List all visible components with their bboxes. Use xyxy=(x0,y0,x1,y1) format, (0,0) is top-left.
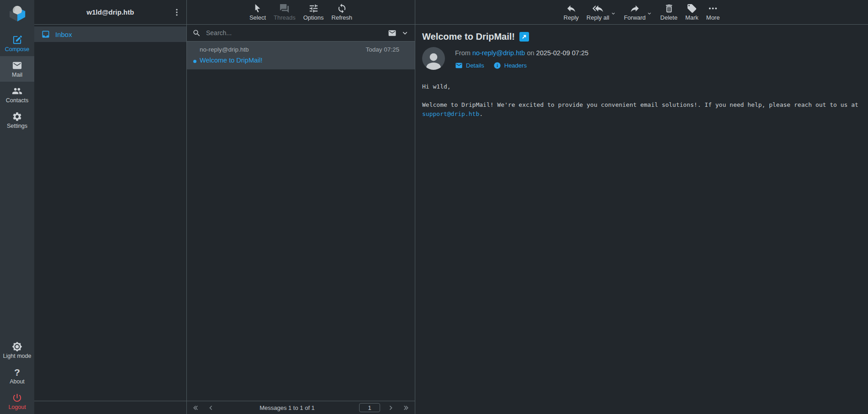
sidebar-item-label: Settings xyxy=(7,123,27,129)
tool-label: Forward xyxy=(624,15,646,21)
first-page-button[interactable] xyxy=(191,404,200,412)
headers-link[interactable]: Headers xyxy=(493,62,527,69)
search-bar xyxy=(187,25,415,42)
reply-button[interactable]: Reply xyxy=(564,3,579,21)
message-sender: no-reply@drip.htb xyxy=(200,46,249,53)
sidebar-item-logout[interactable]: Logout xyxy=(0,388,34,414)
sidebar-item-settings[interactable]: Settings xyxy=(0,107,34,133)
from-line: From no-reply@drip.htb on 2025-02-09 07:… xyxy=(455,49,588,57)
forward-icon xyxy=(630,3,640,14)
folder-item-inbox[interactable]: Inbox xyxy=(34,26,186,42)
sidebar-item-compose[interactable]: Compose xyxy=(0,31,34,56)
mail-date: 2025-02-09 07:25 xyxy=(536,49,589,57)
envelope-icon xyxy=(455,62,463,69)
horizontal-ellipsis-icon xyxy=(708,3,718,14)
tool-label: Select xyxy=(249,15,266,21)
mark-button[interactable]: Mark xyxy=(685,3,699,21)
sender-address-link[interactable]: no-reply@drip.htb xyxy=(472,49,525,57)
forward-button[interactable]: Forward xyxy=(624,3,646,21)
folder-options-button[interactable] xyxy=(171,6,183,18)
folders-column: w1ld@drip.htb Inbox xyxy=(34,0,187,414)
threads-button[interactable]: Threads xyxy=(274,3,296,21)
chevron-left-icon xyxy=(206,404,215,412)
details-link[interactable]: Details xyxy=(455,62,484,69)
next-page-button[interactable] xyxy=(386,404,395,412)
sidebar-item-light-mode[interactable]: Light mode xyxy=(0,337,34,363)
mail-view-column: Reply Reply all Forward xyxy=(415,0,868,414)
body-blank-line xyxy=(422,91,861,100)
subject-row: Welcome to DripMail! xyxy=(422,31,861,42)
forward-group: Forward xyxy=(624,3,653,21)
pagination-bar: Messages 1 to 1 of 1 xyxy=(187,401,415,414)
list-toolbar: Select Threads Options Refresh xyxy=(187,0,415,25)
mail-icon xyxy=(12,60,22,71)
folders-spacer xyxy=(34,42,186,401)
person-icon xyxy=(422,49,445,70)
vertical-ellipsis-icon xyxy=(172,8,181,17)
sidebar-item-contacts[interactable]: Contacts xyxy=(0,82,34,107)
more-button[interactable]: More xyxy=(706,3,720,21)
mail-header-lines: From no-reply@drip.htb on 2025-02-09 07:… xyxy=(455,47,588,69)
sidebar-item-label: Mail xyxy=(12,72,22,78)
double-chevron-right-icon xyxy=(402,404,410,412)
last-page-button[interactable] xyxy=(402,404,410,412)
meta-line: Details Headers xyxy=(455,62,588,69)
sidebar-item-label: Compose xyxy=(5,47,30,52)
sender-avatar xyxy=(422,47,445,70)
tool-label: Mark xyxy=(685,15,699,21)
tool-label: Threads xyxy=(274,15,296,21)
message-subject: Welcome to DripMail! xyxy=(200,57,399,64)
mail-header: From no-reply@drip.htb on 2025-02-09 07:… xyxy=(422,47,861,70)
info-circle-icon xyxy=(493,62,501,69)
trash-icon xyxy=(664,3,674,14)
chevron-down-icon xyxy=(610,10,616,16)
headers-label: Headers xyxy=(504,62,527,69)
chevron-down-icon xyxy=(646,10,652,16)
cursor-arrow-icon xyxy=(252,3,263,14)
contacts-icon xyxy=(12,86,22,96)
refresh-button[interactable]: Refresh xyxy=(332,3,353,21)
select-button[interactable]: Select xyxy=(249,3,266,21)
reply-all-group: Reply all xyxy=(587,3,616,21)
mail-view: Welcome to DripMail! From no-reply@drip.… xyxy=(415,25,868,119)
tool-label: Reply xyxy=(564,15,579,21)
search-input[interactable] xyxy=(205,29,384,37)
search-scope-envelope-icon[interactable] xyxy=(388,29,397,37)
double-chevron-left-icon xyxy=(191,404,200,412)
sidebar-item-mail[interactable]: Mail xyxy=(0,56,34,82)
date-label: on xyxy=(527,49,534,57)
message-list-item[interactable]: no-reply@drip.htb Today 07:25 Welcome to… xyxy=(187,42,415,69)
sidebar-item-about[interactable]: ? About xyxy=(0,363,34,388)
inbox-icon xyxy=(41,30,50,39)
question-mark-icon: ? xyxy=(14,367,20,377)
tag-icon xyxy=(687,3,697,14)
pagination-summary: Messages 1 to 1 of 1 xyxy=(222,404,353,411)
reply-icon xyxy=(566,3,577,14)
account-name: w1ld@drip.htb xyxy=(87,8,134,16)
account-header: w1ld@drip.htb xyxy=(34,0,186,25)
sidebar-item-label: Contacts xyxy=(6,98,28,104)
message-date: Today 07:25 xyxy=(365,46,399,53)
open-in-new-window-button[interactable] xyxy=(519,32,529,42)
reply-all-button[interactable]: Reply all xyxy=(587,3,609,21)
folders-footer xyxy=(34,401,186,414)
roundcube-logo-icon xyxy=(7,5,28,22)
sidebar-item-label: Light mode xyxy=(3,353,32,359)
mail-body: Hi w1ld, Welcome to DripMail! We're exci… xyxy=(422,82,861,119)
delete-button[interactable]: Delete xyxy=(660,3,677,21)
chat-bubbles-icon xyxy=(279,3,290,14)
body-link-line: support@drip.htb. xyxy=(422,110,861,119)
previous-page-button[interactable] xyxy=(206,404,215,412)
chevron-right-icon xyxy=(386,404,395,412)
sidebar-spacer xyxy=(0,133,34,337)
options-button[interactable]: Options xyxy=(303,3,324,21)
support-email-link[interactable]: support@drip.htb xyxy=(422,110,479,117)
reply-all-menu-button[interactable] xyxy=(610,10,616,18)
search-icon xyxy=(192,29,201,37)
forward-menu-button[interactable] xyxy=(646,10,652,18)
chevron-down-icon[interactable] xyxy=(401,29,409,37)
sliders-icon xyxy=(308,3,319,14)
page-number-input[interactable] xyxy=(359,403,380,412)
reply-all-icon xyxy=(593,3,603,14)
folder-label: Inbox xyxy=(55,31,72,38)
